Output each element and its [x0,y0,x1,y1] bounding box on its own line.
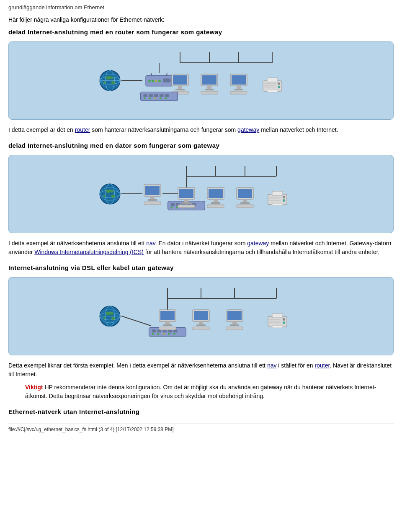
footer-text: file:///C|/svc/ug_ethernet_basics_fs.htm… [8,427,174,432]
section-dsl-kabel: Internet-anslutning via DSL eller kabel … [8,264,394,401]
page-footer: file:///C|/svc/ug_ethernet_basics_fs.htm… [8,424,394,432]
notice-title: Viktigt [25,384,43,391]
notice-box: Viktigt HP rekommenderar inte denna konf… [25,383,394,401]
diagram-1-svg [96,50,306,111]
section3-body: Detta exempel liknar det första exemplet… [8,361,394,379]
section2-body: I detta exempel är nätverksenheterna ans… [8,239,394,257]
link-ics[interactable]: Windows Internetanslutningsdelning (ICS) [34,249,144,255]
section-ethernet-no-internet: Ethernet-nätverk utan Internet-anslutnin… [8,408,394,415]
heading-router-gateway: delad Internet-anslutning med en router … [8,28,394,36]
heading-ethernet-no-internet: Ethernet-nätverk utan Internet-anslutnin… [8,408,394,415]
link-nav-3[interactable]: nav [267,362,277,369]
svg-line-55 [121,316,151,326]
page-header-text: grundläggande information om Ethernet [8,4,104,10]
diagram-dator-gateway [8,155,394,233]
section1-body: I detta exempel är det en router som han… [8,126,394,134]
link-gateway-2[interactable]: gateway [247,240,269,247]
diagram-dsl-kabel [8,277,394,355]
intro-text: Här följer några vanliga konfigurationer… [8,15,394,24]
heading-dsl-kabel: Internet-anslutning via DSL eller kabel … [8,264,394,271]
link-nav-2[interactable]: nav [146,240,155,247]
diagram-2-svg [96,164,306,224]
link-router-1[interactable]: router [75,126,90,133]
diagram-3-svg [96,286,306,347]
page-header: grundläggande information om Ethernet [8,4,394,10]
notice-text: Viktigt HP rekommenderar inte denna konf… [25,383,394,401]
notice-body: HP rekommenderar inte denna konfiguratio… [25,384,376,399]
section-dator-gateway: delad Internet-anslutning med en dator s… [8,142,394,257]
link-gateway-1[interactable]: gateway [237,126,259,133]
heading-dator-gateway: delad Internet-anslutning med en dator s… [8,142,394,149]
link-router-3[interactable]: router [315,362,330,369]
section-router-gateway: delad Internet-anslutning med en router … [8,28,394,134]
diagram-router-gateway [8,41,394,120]
